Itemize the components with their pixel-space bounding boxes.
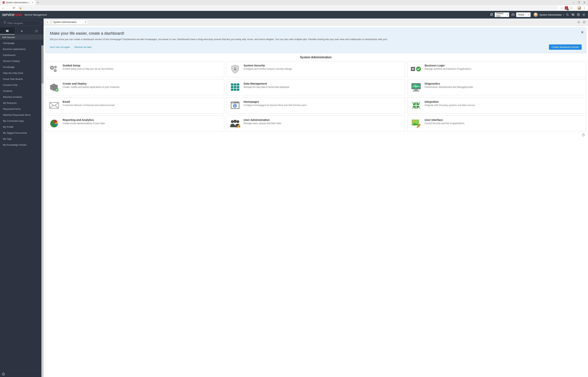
nav-tab-history[interactable] [29, 28, 44, 35]
svg-rect-13 [6, 31, 8, 32]
timer-icon[interactable] [582, 133, 585, 137]
bookmark-star-icon[interactable]: ☆ [561, 6, 563, 10]
nav-item[interactable]: Dashboards [0, 52, 44, 58]
application-scope-select[interactable]: Default [Glo [495, 12, 509, 17]
card[interactable]: DiagnosticsPerformance, development and … [407, 79, 586, 95]
svg-point-47 [231, 120, 234, 123]
nav-item[interactable]: My Tagged Documents [0, 130, 44, 136]
nav-item[interactable]: My Requests [0, 100, 44, 106]
card[interactable]: Reporting and AnalyticsCreate visual rep… [45, 116, 224, 131]
svg-point-51 [413, 120, 415, 122]
application-scope-icon[interactable] [490, 13, 494, 17]
page-title: System Administration [45, 56, 586, 59]
card[interactable]: Business LogicManage workflow and behavi… [407, 61, 586, 77]
browser-menu-icon[interactable]: ⋮ [583, 6, 586, 10]
extension-badge-icon[interactable]: ∎1 [565, 6, 568, 10]
user-menu[interactable]: System Administrator ▾ [534, 12, 564, 17]
address-bar: ← → ⟳ 🔒 ☆ ∎1 │ ⋮ [0, 5, 588, 11]
chat-icon[interactable] [571, 13, 575, 16]
url-field[interactable]: 🔒 [17, 6, 558, 10]
tab-favicon-icon: now [2, 1, 5, 4]
card[interactable]: User InterfaceControl the look and feel … [407, 116, 586, 131]
maximize-icon[interactable]: ❐ [578, 1, 580, 4]
update-set-icon[interactable] [511, 13, 515, 17]
close-window-icon[interactable]: ✕ [583, 1, 586, 4]
card-icon [48, 82, 60, 93]
nav-tab-all[interactable] [0, 28, 14, 35]
svg-rect-31 [234, 86, 236, 88]
card[interactable]: Data ManagementManage the way data is st… [226, 79, 405, 95]
remind-later-link[interactable]: Remind me later [74, 46, 92, 48]
forward-button[interactable]: → [7, 7, 11, 10]
svg-point-43 [232, 102, 233, 103]
nav-item[interactable]: My Knowledge Articles [0, 142, 44, 148]
card[interactable]: IntegrationIntegrate with 3rd-party syst… [407, 97, 586, 113]
card[interactable]: Guided SetupGuided Setup tools to help y… [45, 61, 224, 77]
create-dashboard-button[interactable]: Create dashboard version [549, 45, 582, 50]
help-icon[interactable] [577, 13, 580, 16]
nav-item[interactable]: Homepage [0, 40, 44, 46]
update-set-select[interactable]: Global [516, 12, 531, 17]
nav-item[interactable]: Connect Chat [0, 82, 44, 88]
logo[interactable]: servicenow [2, 12, 22, 17]
svg-rect-23 [234, 69, 236, 71]
svg-point-49 [237, 120, 239, 123]
settings-gear-icon[interactable] [582, 13, 586, 16]
banner-close-icon[interactable]: × [581, 30, 583, 35]
minimize-icon[interactable]: ─ [573, 1, 574, 4]
svg-rect-38 [414, 89, 418, 90]
svg-point-15 [2, 373, 5, 375]
nav-item[interactable]: Requested Items [0, 106, 44, 112]
nav-item[interactable]: Help the Help Desk [0, 70, 44, 76]
card-title: Homepages [244, 100, 402, 103]
card-title: Reporting and Analytics [63, 118, 221, 121]
card[interactable]: Create and DeployCreate, modify and depl… [45, 79, 224, 95]
collapse-nav-icon[interactable] [2, 372, 5, 376]
reload-button[interactable]: ⟳ [12, 6, 16, 10]
profile-avatar-icon[interactable] [577, 6, 581, 10]
card-title: Create and Deploy [63, 82, 221, 85]
nav-tab-favorites[interactable]: ★ [14, 28, 29, 35]
nav-item[interactable]: My Tags [0, 136, 44, 142]
nav-item[interactable]: Watched Requested Items [0, 112, 44, 118]
card-desc: Control the look and feel of application… [425, 122, 583, 125]
search-icon[interactable] [566, 13, 569, 16]
svg-point-16 [578, 22, 579, 23]
nav-item[interactable]: My Profile [0, 124, 44, 130]
tab-close-icon[interactable]: × [32, 1, 33, 4]
nav-item[interactable]: Watched Incidents [0, 94, 44, 100]
card-title: Data Management [244, 82, 402, 85]
card-icon [410, 118, 422, 129]
card[interactable]: HomepagesConfigure homepages for Service… [226, 97, 405, 113]
browser-tab[interactable]: now System Administration | ServiceN × [1, 0, 35, 5]
card-title: Business Logic [425, 64, 583, 67]
nav-item[interactable]: Visual Task Boards [0, 76, 44, 82]
extension-dot-icon[interactable] [570, 7, 572, 9]
svg-point-44 [233, 102, 234, 103]
card-title: User Interface [425, 118, 583, 121]
back-button[interactable]: ← [1, 7, 5, 10]
page-select[interactable]: System Administration [52, 20, 88, 24]
left-nav: ★ Self-Service HomepageBusiness Applicat… [0, 19, 44, 377]
svg-point-21 [55, 67, 56, 68]
add-content-button[interactable]: + [45, 20, 50, 24]
nav-item[interactable]: Business Applications [0, 46, 44, 52]
nav-item[interactable]: Incidents [0, 88, 44, 94]
product-name: Service Management [24, 13, 47, 16]
card[interactable]: User AdministrationManage users, groups … [226, 116, 405, 131]
card[interactable]: EmailCustomize behavior of inbound and o… [45, 97, 224, 113]
page-settings-gear-icon[interactable] [577, 21, 581, 24]
nav-scrollbar[interactable] [41, 45, 44, 377]
dont-ask-again-link[interactable]: Don't ask me again [50, 46, 70, 48]
nav-item[interactable]: Service Catalog [0, 58, 44, 64]
filter-navigator-input[interactable] [2, 20, 42, 26]
card-icon [229, 118, 241, 129]
main-area: + System Administration × Make your life… [44, 19, 588, 377]
card[interactable]: System SecurityConfigure and monitor ins… [226, 61, 405, 77]
nav-section-header[interactable]: Self-Service [0, 35, 44, 40]
new-tab-button[interactable]: + [36, 0, 40, 5]
page-refresh-icon[interactable] [583, 21, 586, 24]
nav-item[interactable]: Knowledge [0, 64, 44, 70]
nav-item[interactable]: My Connected Apps [0, 118, 44, 124]
card-title: Email [63, 100, 221, 103]
